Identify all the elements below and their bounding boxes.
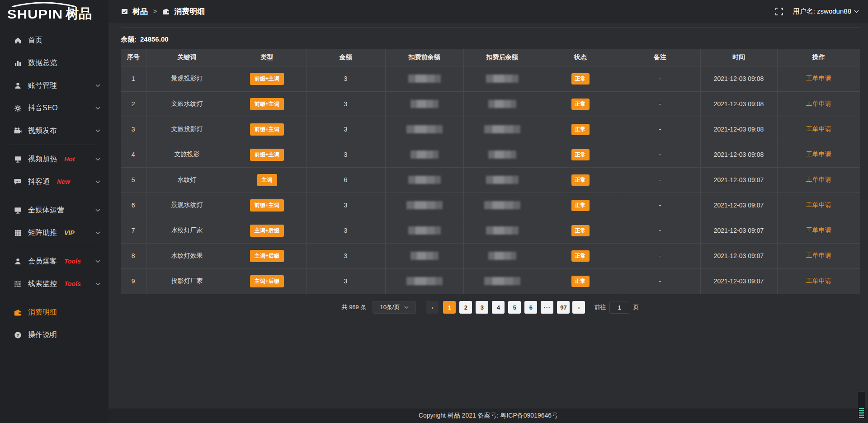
cell-remark: - [620,193,700,218]
breadcrumb-item-home[interactable]: 树品 [132,6,148,17]
sidebar-item-badge: Hot [64,155,75,163]
more-pages-button[interactable]: ··· [541,301,553,314]
app-root: SHUPIN 树品 首页数据总览账号管理抖音SEO视频发布视频加热Hot抖客通N… [0,0,868,423]
cell-remark: - [620,117,700,142]
next-page-button[interactable]: › [572,301,585,314]
cell-remark: - [620,268,700,294]
sidebar-item-member[interactable]: 会员爆客Tools [0,250,108,273]
cell-balance-after [463,243,541,268]
scroll-indicator-widget[interactable] [858,391,865,419]
cell-status: 正常 [541,66,620,91]
cell-time: 2021-12-03 09:08 [700,142,777,167]
sidebar-item-label: 抖音SEO [28,103,58,113]
column-header: 扣费前余额 [385,49,463,66]
sidebar-item-help[interactable]: ?操作说明 [0,324,108,346]
type-badge: 前缀+主词 [250,123,284,136]
cell-time: 2021-12-03 09:07 [700,268,777,294]
page-button-6[interactable]: 6 [524,301,537,314]
cell-type: 前缀+主词 [228,117,306,142]
type-badge: 主词+后缀 [250,275,284,287]
work-order-link[interactable]: 工单申请 [806,176,831,183]
topbar-right: 用户名: zswodun88 [775,7,859,16]
cell-time: 2021-12-03 09:08 [700,91,777,117]
page-size-select[interactable]: 10条/页 [373,301,416,314]
sidebar-item-user[interactable]: 账号管理 [0,74,108,97]
page-button-5[interactable]: 5 [508,301,521,314]
column-header: 备注 [620,49,700,66]
cell-keyword: 水纹灯厂家 [146,218,228,243]
sidebar-item-screen[interactable]: 全媒体运营 [0,199,108,221]
cell-balance-before [385,218,463,243]
page-button-1[interactable]: 1 [443,301,456,314]
jump-page-input[interactable] [609,301,629,314]
pagination-total: 共 969 条 [342,303,367,311]
chat-icon [14,178,22,186]
sidebar-item-label: 视频加热 [28,155,57,164]
sidebar-item-home[interactable]: 首页 [0,29,108,52]
sidebar-item-grid[interactable]: 矩阵助推VIP [0,221,108,244]
table-row: 5 水纹灯 主词 6 正常 - 2021-12-03 09:07 工单申请 [121,167,860,193]
sidebar-divider [9,247,99,247]
cell-keyword: 文旅水纹灯 [146,91,228,117]
page-button-3[interactable]: 3 [476,301,488,314]
page-button-4[interactable]: 4 [492,301,505,314]
type-badge: 主词+后缀 [250,225,284,237]
column-header: 状态 [541,49,620,66]
sidebar-item-chat[interactable]: 抖客通New [0,170,108,193]
work-order-link[interactable]: 工单申请 [806,75,831,82]
cell-balance-before [385,243,463,268]
sidebar-item-label: 操作说明 [28,330,57,340]
masked-value [408,226,441,235]
wallet-small-icon [162,8,170,14]
cell-keyword: 文旅投影灯 [146,117,228,142]
fullscreen-icon[interactable] [775,8,783,15]
column-header: 金额 [306,49,385,66]
status-badge: 正常 [571,73,590,85]
sidebar-item-chart[interactable]: 数据总览 [0,52,108,74]
sidebar-item-sliders[interactable]: 线索监控Tools [0,273,108,295]
page-button-2[interactable]: 2 [459,301,472,314]
cell-action: 工单申请 [777,66,860,91]
cell-status: 正常 [541,268,620,294]
work-order-link[interactable]: 工单申请 [806,252,831,259]
chevron-down-icon [95,158,100,161]
jump-to-page: 前往 页 [594,301,639,314]
status-badge: 正常 [571,174,590,186]
table-row: 2 文旅水纹灯 前缀+主词 3 正常 - 2021-12-03 09:08 工单… [121,91,860,117]
cell-index: 3 [121,117,146,142]
cell-index: 8 [121,243,146,268]
chevron-down-icon [95,129,100,132]
jump-suffix: 页 [633,303,639,311]
cell-amount: 3 [306,193,385,218]
masked-value [484,201,520,209]
user-menu[interactable]: 用户名: zswodun88 [793,7,859,16]
work-order-link[interactable]: 工单申请 [806,277,831,284]
cell-balance-before [385,91,463,117]
cell-index: 7 [121,218,146,243]
prev-page-button[interactable]: ‹ [426,301,439,314]
work-order-link[interactable]: 工单申请 [806,125,831,132]
table-row: 4 文旅投影 前缀+主词 3 正常 - 2021-12-03 09:08 工单申… [121,142,860,167]
logo-arc-icon [10,2,78,7]
work-order-link[interactable]: 工单申请 [806,201,831,208]
status-badge: 正常 [571,200,590,211]
sidebar-item-gear[interactable]: 抖音SEO [0,97,108,119]
cell-time: 2021-12-03 09:07 [700,243,777,268]
page-button-97[interactable]: 97 [557,301,570,314]
sidebar-item-monitor[interactable]: 视频加热Hot [0,148,108,170]
cell-type: 前缀+主词 [228,66,306,91]
cell-keyword: 景观投影灯 [146,66,228,91]
work-order-link[interactable]: 工单申请 [806,226,831,234]
sidebar-item-badge: VIP [64,229,75,236]
breadcrumb-item-current: 消费明细 [174,6,205,17]
breadcrumb: 树品 > 消费明细 [121,6,205,17]
cell-remark: - [620,167,700,193]
sidebar-item-wallet[interactable]: 消费明细 [0,301,108,324]
sidebar-item-video[interactable]: 视频发布 [0,119,108,142]
masked-value [488,252,516,260]
work-order-link[interactable]: 工单申请 [806,150,831,158]
work-order-link[interactable]: 工单申请 [806,100,831,107]
column-header: 关键词 [146,49,228,66]
brand-logo: SHUPIN 树品 [0,0,108,28]
masked-value [410,150,439,159]
